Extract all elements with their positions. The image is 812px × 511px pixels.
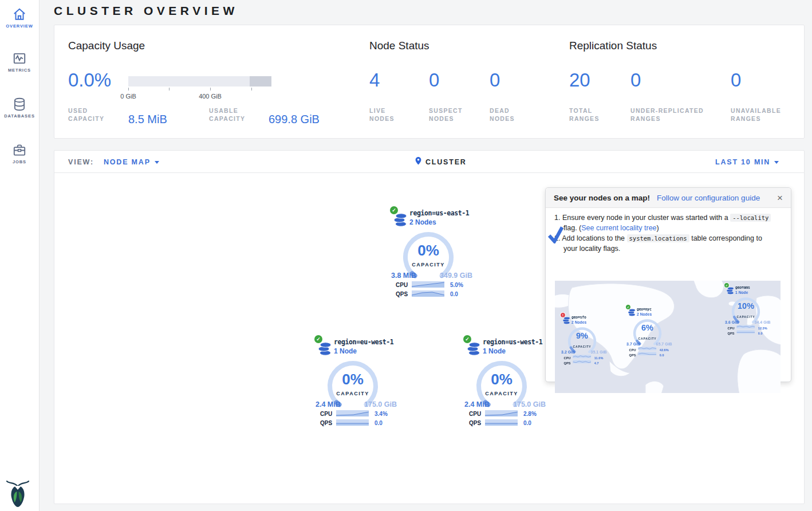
code-system-locations: system.locations: [627, 234, 689, 242]
capacity-usage-title: Capacity Usage: [68, 40, 145, 52]
node-count-link[interactable]: 1 Node: [483, 347, 506, 355]
database-icon: [12, 97, 27, 112]
node-used-value: 3.8 MiB: [391, 272, 416, 280]
location-pin-icon: [415, 156, 422, 166]
qps-label: QPS: [469, 420, 481, 426]
map-preview-image: ! geo=sfo 2 Nodes 9% CAPACITY: [555, 281, 781, 393]
capacity-percent: 10%: [728, 303, 764, 309]
cpu-sparkline: [736, 325, 755, 328]
mini-node-ams: ✓ geo=ams 1 Node 10% CAPACITY: [724, 283, 772, 335]
unavailable-count: 0: [731, 69, 741, 91]
capacity-percent: 0%: [470, 371, 533, 388]
code-locality-flag: --locality: [730, 214, 771, 222]
close-icon[interactable]: ×: [777, 193, 783, 203]
status-ok-badge: ✓: [389, 205, 399, 215]
sidebar-item-overview[interactable]: OVERVIEW: [0, 7, 39, 29]
cockroach-logo: [6, 479, 30, 509]
region-label: region=eu-west-1: [334, 338, 393, 346]
qps-sparkline: [336, 419, 369, 426]
suspect-nodes-count: 0: [429, 69, 439, 91]
under-replicated-count: 0: [630, 69, 641, 91]
check-icon: [547, 226, 565, 243]
dead-nodes-count: 0: [490, 69, 500, 91]
live-nodes-count: 4: [369, 69, 380, 91]
chevron-down-icon: [774, 161, 779, 164]
axis-tick: [210, 88, 211, 91]
status-ok-badge: ✓: [625, 304, 631, 310]
qps-label: QPS: [564, 360, 571, 366]
suspect-nodes-label: SUSPECT NODES: [429, 107, 472, 123]
node-total-value: 175.0 GiB: [364, 400, 397, 408]
total-ranges-label: TOTAL RANGES: [569, 107, 609, 123]
region-label: region=us-east-1: [409, 209, 469, 217]
jobs-icon: [12, 143, 27, 158]
capacity-percent: 0%: [397, 242, 460, 260]
node-count: 1 Node: [735, 290, 748, 296]
qps-label: QPS: [629, 352, 636, 358]
sidebar-item-label: METRICS: [0, 68, 39, 73]
sidebar-item-jobs[interactable]: JOBS: [0, 143, 39, 164]
node-used-value: 2.4 MiB: [464, 400, 490, 408]
popup-step-2-cont: your locality flags.: [554, 243, 786, 254]
capacity-label: CAPACITY: [397, 262, 460, 268]
node-status-title: Node Status: [369, 40, 429, 52]
total-ranges-count: 20: [569, 69, 590, 91]
chevron-down-icon: [155, 161, 159, 164]
node-count-link[interactable]: 2 Nodes: [409, 218, 436, 226]
tick-label-400: 400 GiB: [195, 93, 226, 100]
qps-sparkline: [736, 330, 755, 333]
sidebar-item-metrics[interactable]: METRICS: [0, 51, 39, 73]
view-selector-dropdown[interactable]: NODE MAP: [104, 158, 159, 166]
cpu-label: CPU: [396, 282, 408, 288]
capacity-bar: [128, 76, 271, 87]
locality-tree-link[interactable]: See current locality tree: [581, 224, 656, 232]
popup-step-1: 1. Ensure every node in your cluster was…: [554, 213, 786, 223]
cpu-label: CPU: [320, 411, 332, 417]
sidebar-item-databases[interactable]: DATABASES: [0, 97, 39, 119]
qps-sparkline: [638, 352, 656, 355]
metrics-icon: [12, 51, 27, 66]
capacity-percent: 0%: [321, 371, 384, 388]
sidebar-item-label: JOBS: [0, 159, 39, 164]
view-bar: VIEW: NODE MAP CLUSTER LAST 10 MIN: [54, 151, 804, 173]
home-icon: [12, 7, 27, 22]
popup-step-1-cont: flag. (See current locality tree): [554, 223, 786, 233]
time-range-dropdown[interactable]: LAST 10 MIN: [715, 158, 779, 166]
popup-header: See your nodes on a map! Follow our conf…: [546, 188, 791, 208]
under-replicated-label: UNDER-REPLICATED RANGES: [630, 107, 714, 123]
capacity-label: CAPACITY: [321, 391, 384, 396]
replication-status-title: Replication Status: [569, 40, 657, 52]
node-used-value: 2.4 MiB: [316, 400, 341, 408]
usable-capacity-value: 699.8 GiB: [269, 113, 320, 126]
configuration-guide-link[interactable]: Follow our configuration guide: [657, 194, 760, 202]
view-label: VIEW:: [68, 158, 94, 166]
qps-value: 0.0: [375, 420, 383, 426]
qps-value: 4.7: [594, 360, 599, 366]
live-nodes-label: LIVE NODES: [369, 107, 409, 123]
qps-sparkline: [573, 360, 591, 363]
qps-value: 0.0: [523, 420, 531, 426]
qps-sparkline: [485, 419, 518, 426]
status-ok-badge: ✓: [724, 282, 730, 288]
region-node-eu-west-1[interactable]: ✓ region=eu-west-1 1 Node 0% CAPACITY 2.…: [314, 335, 400, 429]
node-count-link[interactable]: 1 Node: [334, 347, 357, 355]
capacity-percent: 0.0%: [68, 69, 111, 91]
region-node-us-east-1[interactable]: ✓ region=us-east-1 2 Nodes 0% CAPACITY 3…: [390, 206, 476, 300]
cpu-sparkline: [485, 410, 518, 416]
qps-value: 0.0: [758, 331, 763, 336]
capacity-label: CAPACITY: [470, 391, 533, 396]
cluster-overview-page: OVERVIEW METRICS DATABASES JO: [0, 0, 812, 511]
status-ok-badge: ✓: [313, 334, 324, 344]
status-ok-badge: ✓: [462, 334, 472, 344]
unavailable-label: UNAVAILABLE RANGES: [731, 107, 791, 123]
cpu-label: CPU: [469, 411, 481, 417]
qps-sparkline: [412, 290, 444, 297]
breadcrumb: CLUSTER: [425, 158, 467, 166]
axis-tick: [169, 88, 170, 91]
page-title: CLUSTER OVERVIEW: [54, 4, 238, 18]
status-warn-badge: !: [560, 312, 566, 318]
map-config-popup: See your nodes on a map! Follow our conf…: [545, 187, 791, 382]
sidebar-item-label: OVERVIEW: [0, 23, 39, 29]
region-node-us-west-1[interactable]: ✓ region=us-west-1 1 Node 0% CAPACITY 2.…: [463, 335, 549, 429]
node-count: 2 Nodes: [637, 312, 652, 317]
